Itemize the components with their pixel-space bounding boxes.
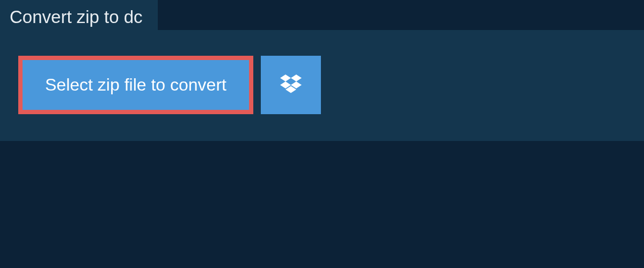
page-title: Convert zip to dc [10,7,143,27]
button-row: Select zip file to convert [0,30,644,114]
dropbox-button[interactable] [261,56,321,114]
select-file-button[interactable]: Select zip file to convert [18,56,253,114]
dropbox-icon [280,75,302,96]
converter-panel: Convert zip to dc Select zip file to con… [0,30,644,141]
page-title-tab: Convert zip to dc [0,0,158,34]
select-file-label: Select zip file to convert [45,75,226,94]
